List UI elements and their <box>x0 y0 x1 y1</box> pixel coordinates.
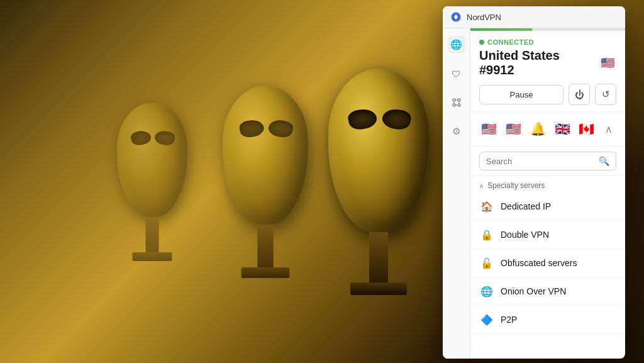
server-flag: 🇺🇸 <box>599 54 616 72</box>
search-input[interactable] <box>486 157 595 166</box>
mask-left <box>223 86 308 278</box>
mask-far-left <box>117 103 187 261</box>
disconnect-button[interactable]: ⏻ <box>569 84 590 105</box>
dedicated-ip-label: Dedicated IP <box>501 201 551 211</box>
specialty-servers-header: ∧ Specialty servers <box>470 176 625 193</box>
connected-dot <box>479 40 484 45</box>
obfuscated-icon: 🔓 <box>479 255 494 271</box>
onion-vpn-label: Onion Over VPN <box>501 286 566 296</box>
sidebar-item-shield[interactable]: 🛡 <box>448 65 465 82</box>
double-vpn-icon: 🔒 <box>479 227 494 242</box>
server-name-text: United States #9912 <box>479 48 594 77</box>
vpn-window: NordVPN 🌐 🛡 ⚙ <box>443 6 625 359</box>
app-title: NordVPN <box>467 13 501 22</box>
window-body: 🌐 🛡 ⚙ <box>443 28 625 359</box>
server-list: 🏠 Dedicated IP 🔒 Double VPN 🔓 Obfuscated… <box>470 193 625 359</box>
expand-flags-button[interactable]: ∧ <box>601 121 616 137</box>
connection-status: CONNECTED <box>487 38 534 46</box>
quick-flag-uk[interactable]: 🇬🇧 <box>553 118 572 140</box>
sidebar-item-globe[interactable]: 🌐 <box>448 36 465 53</box>
title-bar: NordVPN <box>443 6 625 28</box>
quick-flags-row: 🇺🇸 🇺🇸 🔔 🇬🇧 🇨🇦 ∧ <box>470 112 625 147</box>
mask-center <box>328 69 429 295</box>
sidebar-item-mesh[interactable] <box>448 94 465 111</box>
double-vpn-label: Double VPN <box>501 230 549 240</box>
pause-button[interactable]: Pause <box>479 85 564 104</box>
connected-badge: CONNECTED <box>479 38 616 46</box>
quick-flag-us2[interactable]: 🇺🇸 <box>504 118 523 140</box>
list-item[interactable]: 🔓 Obfuscated servers <box>470 249 625 277</box>
connected-section: CONNECTED United States #9912 🇺🇸 Pause ⏻… <box>470 31 625 112</box>
search-section: 🔍 <box>470 147 625 176</box>
search-box: 🔍 <box>479 152 616 170</box>
svg-point-2 <box>458 99 460 101</box>
specialty-label: Specialty servers <box>487 181 545 190</box>
quick-flag-bell[interactable]: 🔔 <box>528 118 548 140</box>
quick-flag-us1[interactable]: 🇺🇸 <box>479 118 499 140</box>
list-item[interactable]: 🔷 P2P <box>470 306 625 334</box>
server-name-row: United States #9912 🇺🇸 <box>479 48 616 77</box>
action-buttons: Pause ⏻ ↺ <box>479 84 616 105</box>
quick-flag-canada[interactable]: 🇨🇦 <box>577 118 597 140</box>
p2p-label: P2P <box>501 315 517 325</box>
svg-point-1 <box>453 99 455 101</box>
list-item[interactable]: 🏠 Dedicated IP <box>470 193 625 221</box>
onion-vpn-icon: 🌐 <box>479 284 494 299</box>
dedicated-ip-icon: 🏠 <box>479 199 494 214</box>
main-content: CONNECTED United States #9912 🇺🇸 Pause ⏻… <box>470 28 625 359</box>
list-item[interactable]: 🔒 Double VPN <box>470 221 625 249</box>
svg-point-3 <box>453 104 455 106</box>
svg-point-4 <box>458 104 460 106</box>
chevron-up-icon: ∧ <box>479 182 484 189</box>
obfuscated-label: Obfuscated servers <box>501 258 577 268</box>
sidebar: 🌐 🛡 ⚙ <box>443 28 470 359</box>
nordvpn-logo-icon <box>450 11 462 23</box>
p2p-icon: 🔷 <box>479 312 494 327</box>
refresh-button[interactable]: ↺ <box>595 84 616 105</box>
search-icon: 🔍 <box>599 156 609 166</box>
list-item[interactable]: 🌐 Onion Over VPN <box>470 277 625 306</box>
sidebar-item-settings[interactable]: ⚙ <box>448 123 465 140</box>
